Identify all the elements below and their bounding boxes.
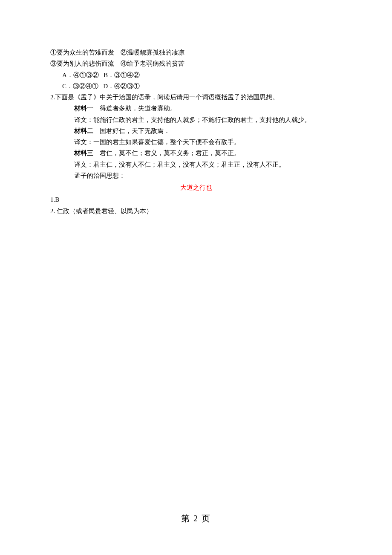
material-3-translation: 译文：君主仁，没有人不仁；君主义，没有人不义；君主正，没有人不正。 xyxy=(50,159,342,170)
option-d-text: ④②③① xyxy=(114,83,140,90)
option-a-text: ④①③② xyxy=(73,72,99,78)
page-number: 第 2 页 xyxy=(0,513,392,524)
option-d: D．④②③① xyxy=(103,83,140,90)
material-1-translation: 译文：能施行仁政的君主，支持他的人就多；不施行仁政的君主，支持他的人就少。 xyxy=(50,114,342,125)
material-3-text: 君仁，莫不仁；君义，莫不义务；君正，莫不正。 xyxy=(93,150,240,156)
answer-1: 1.B xyxy=(50,194,342,205)
material-1-label: 材料一 xyxy=(74,104,93,112)
answer-2: 2. 仁政（或者民贵君轻、以民为本） xyxy=(50,205,342,217)
material-2-translation: 译文：一国的君主如果喜爱仁德，整个天下便不会有敌手。 xyxy=(50,136,342,147)
option-b: B．③①④② xyxy=(104,72,140,78)
material-2: 材料二 国君好仁，天下无敌焉． xyxy=(50,125,342,136)
document-content: ①要为众生的苦难而发 ②温暖鳏寡孤独的凄凉 ③要为别人的悲伤而流 ④给予老弱病残… xyxy=(0,0,392,217)
q2-conclusion: 孟子的治国思想： xyxy=(50,170,342,181)
q1-item-line2: ③要为别人的悲伤而流 ④给予老弱病残的贫苦 xyxy=(50,58,342,69)
material-1: 材料一 得道者多助，失道者寡助。 xyxy=(50,103,342,114)
option-a-label: A． xyxy=(62,72,73,78)
option-c: C．③②④① xyxy=(62,83,98,90)
option-c-text: ③②④① xyxy=(73,83,98,90)
material-3: 材料三 君仁，莫不仁；君义，莫不义务；君正，莫不正。 xyxy=(50,147,342,159)
material-2-text: 国君好仁，天下无敌焉． xyxy=(93,127,170,134)
option-c-label: C． xyxy=(62,83,73,90)
answer-section: 1.B 2. 仁政（或者民贵君轻、以民为本） xyxy=(50,194,342,217)
material-3-label: 材料三 xyxy=(74,149,93,156)
material-1-text: 得道者多助，失道者寡助。 xyxy=(93,105,176,112)
material-2-label: 材料二 xyxy=(74,127,93,134)
option-d-label: D． xyxy=(103,83,114,90)
option-b-label: B． xyxy=(104,72,114,78)
q2-conclusion-text: 孟子的治国思想： xyxy=(74,172,125,179)
q2-prompt: 2.下面是《孟子》中关于治国的语录，阅读后请用一个词语概括孟子的治国思想。 xyxy=(50,92,342,103)
fill-blank xyxy=(125,173,176,181)
answer-section-title: 大道之行也 xyxy=(50,182,342,193)
q1-options-row2: C．③②④① D．④②③① xyxy=(50,81,342,92)
q1-options-row1: A．④①③② B．③①④② xyxy=(50,69,342,81)
option-a: A．④①③② xyxy=(62,72,99,78)
q1-item-line1: ①要为众生的苦难而发 ②温暖鳏寡孤独的凄凉 xyxy=(50,47,342,58)
option-b-text: ③①④② xyxy=(114,72,140,78)
